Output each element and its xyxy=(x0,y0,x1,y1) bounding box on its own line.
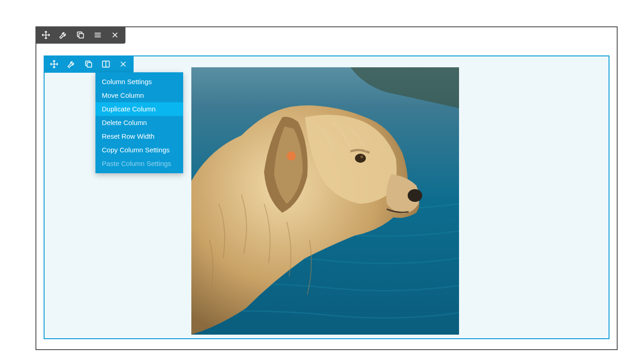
column-context-menu: Column Settings Move Column Duplicate Co… xyxy=(95,72,183,173)
menu-item-column-settings[interactable]: Column Settings xyxy=(95,75,183,89)
svg-point-14 xyxy=(360,155,363,158)
svg-point-15 xyxy=(287,151,296,160)
menu-item-paste-column-settings: Paste Column Settings xyxy=(95,157,183,170)
content-image xyxy=(191,67,459,335)
menu-item-duplicate-column[interactable]: Duplicate Column xyxy=(95,102,183,116)
duplicate-icon[interactable] xyxy=(84,59,94,69)
menu-item-delete-column[interactable]: Delete Column xyxy=(95,116,183,130)
wrench-icon[interactable] xyxy=(58,30,68,40)
menu-icon[interactable] xyxy=(93,30,103,40)
column-toolbar xyxy=(44,55,134,73)
menu-item-copy-column-settings[interactable]: Copy Column Settings xyxy=(95,143,183,157)
row-container: Column Settings Move Column Duplicate Co… xyxy=(35,26,618,350)
menu-item-move-column[interactable]: Move Column xyxy=(95,89,183,102)
svg-point-12 xyxy=(408,189,422,202)
svg-rect-6 xyxy=(87,63,92,67)
duplicate-icon[interactable] xyxy=(75,30,85,40)
svg-rect-0 xyxy=(79,34,84,38)
svg-point-13 xyxy=(355,154,366,163)
row-toolbar xyxy=(35,26,125,44)
move-icon[interactable] xyxy=(49,59,59,69)
close-icon[interactable] xyxy=(118,59,128,69)
move-icon[interactable] xyxy=(41,30,51,40)
wrench-icon[interactable] xyxy=(66,59,76,69)
column-container: Column Settings Move Column Duplicate Co… xyxy=(44,55,609,339)
columns-icon[interactable] xyxy=(101,59,111,69)
menu-item-reset-row-width[interactable]: Reset Row Width xyxy=(95,130,183,143)
close-icon[interactable] xyxy=(110,30,120,40)
